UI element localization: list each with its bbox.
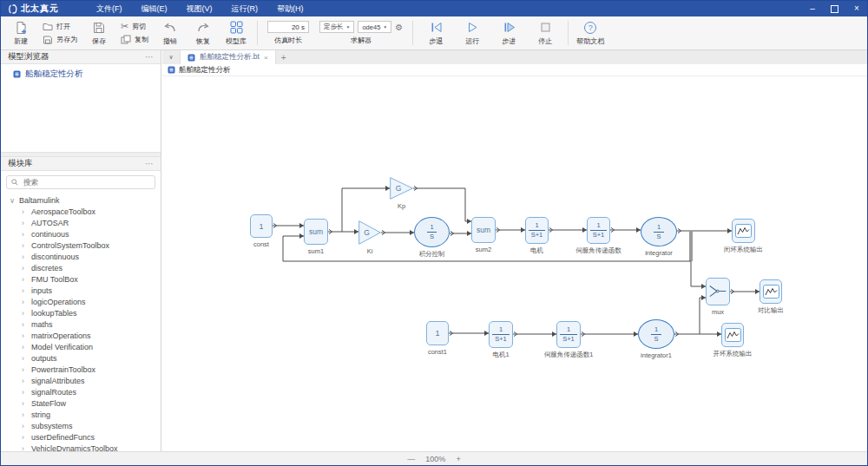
tree-root-baltamulink[interactable]: ∨Baltamulink (1, 194, 161, 206)
chevron-icon[interactable]: › (22, 388, 27, 397)
help-doc-button[interactable]: ? 帮助文档 (573, 16, 608, 49)
block-servo-angle-tf1[interactable]: 1S+1 (556, 321, 581, 348)
save-as-button[interactable]: 另存为 (43, 35, 77, 44)
tree-item[interactable]: ›lookupTables (1, 307, 161, 318)
chevron-icon[interactable]: › (22, 207, 27, 216)
tab-add-button[interactable]: + (276, 53, 292, 62)
block-integrator1[interactable]: 1S (638, 319, 674, 349)
tree-item[interactable]: ›AerospaceToolbox (1, 206, 161, 217)
open-button[interactable]: 打开 (43, 22, 77, 31)
save-button[interactable]: 保存 (82, 16, 115, 49)
undo-button[interactable]: 撤销 (154, 16, 187, 49)
menu-view[interactable]: 视图(V) (177, 1, 222, 16)
tree-item[interactable]: ›userDefinedFuncs (1, 431, 161, 443)
block-open-loop-scope[interactable] (721, 323, 744, 347)
tree-item[interactable]: ›logicOperations (1, 296, 161, 307)
tree-item[interactable]: ›Model Verification (1, 341, 161, 352)
tree-item[interactable]: ›continuous (1, 228, 161, 240)
block-Ki[interactable]: G (358, 220, 381, 245)
tree-item[interactable]: ›FMU ToolBox (1, 273, 161, 285)
new-button[interactable]: 新建 (4, 16, 37, 49)
tree-item[interactable]: ›PowertrainToolbox (1, 364, 161, 375)
tree-item[interactable]: ›discretes (1, 262, 161, 273)
chevron-icon[interactable]: › (22, 410, 27, 419)
tree-item[interactable]: ›string (1, 409, 161, 420)
block-integral-control[interactable]: 1S (414, 217, 450, 247)
tree-item[interactable]: ›maths (1, 318, 161, 330)
model-browser-item[interactable]: 船舶稳定性分析 (1, 64, 161, 80)
chevron-icon[interactable]: › (22, 230, 27, 239)
minimize-button[interactable]: – (802, 1, 823, 16)
block-servo-angle-tf[interactable]: 1S+1 (587, 217, 610, 244)
tree-item[interactable]: ›ControlSystemToolbox (1, 240, 161, 251)
block-const[interactable]: 1 (250, 214, 273, 238)
tree-item[interactable]: ›inputs (1, 285, 161, 296)
menu-run[interactable]: 运行(R) (222, 1, 268, 16)
chevron-icon[interactable]: › (22, 253, 27, 261)
block-sum2[interactable]: sum (471, 217, 496, 243)
tree-item[interactable]: ›subsystems (1, 420, 161, 431)
chevron-icon[interactable]: › (22, 241, 27, 250)
chevron-icon[interactable]: › (22, 219, 27, 227)
gear-icon[interactable]: ⚙ (395, 23, 403, 32)
chevron-icon[interactable]: › (22, 343, 27, 351)
tree-item[interactable]: ›matrixOperations (1, 330, 161, 341)
chevron-icon[interactable]: › (22, 298, 27, 306)
model-library-button[interactable]: 模型库 (220, 16, 253, 49)
redo-button[interactable]: 恢复 (187, 16, 220, 49)
block-integrator[interactable]: 1S (641, 217, 677, 246)
zoom-in-button[interactable]: + (456, 455, 460, 463)
chevron-icon[interactable]: › (22, 354, 27, 363)
step-back-button[interactable]: 步退 (418, 16, 454, 49)
chevron-icon[interactable]: › (22, 399, 27, 408)
block-closed-loop-scope[interactable] (732, 219, 755, 243)
step-mode-dropdown[interactable]: 定步长 ▼ (319, 21, 354, 33)
copy-button[interactable]: 复制 (121, 35, 148, 44)
close-button[interactable]: × (846, 1, 867, 16)
chevron-icon[interactable]: › (22, 365, 27, 374)
tree-item[interactable]: ›signalAttributes (1, 375, 161, 386)
zoom-out-button[interactable]: — (407, 455, 415, 463)
panel-menu-icon[interactable]: ⋯ (145, 52, 154, 62)
block-mux[interactable] (706, 278, 730, 305)
menu-help[interactable]: 帮助(H) (267, 1, 313, 16)
chevron-icon[interactable]: › (22, 433, 27, 442)
chevron-icon[interactable]: › (22, 320, 27, 329)
run-button[interactable]: 运行 (454, 16, 490, 49)
tree-item[interactable]: ›StateFlow (1, 397, 161, 409)
tree-item[interactable]: ›discontinuous (1, 251, 161, 262)
cut-button[interactable]: ✂ 剪切 (121, 22, 148, 31)
menu-edit[interactable]: 编辑(E) (132, 1, 177, 16)
chevron-icon[interactable]: › (22, 286, 27, 295)
block-sum1[interactable]: sum (304, 219, 328, 245)
chevron-icon[interactable]: › (22, 309, 27, 318)
block-motor[interactable]: 1S+1 (525, 217, 549, 244)
block-compare-scope[interactable] (760, 279, 782, 304)
chevron-icon[interactable]: › (22, 264, 27, 272)
tree-item[interactable]: ›outputs (1, 352, 161, 364)
breadcrumb-label[interactable]: 船舶稳定性分析 (179, 65, 231, 75)
wire[interactable] (691, 261, 706, 286)
chevron-icon[interactable]: › (22, 275, 27, 284)
tab-close-icon[interactable]: × (264, 54, 268, 62)
panel-menu-icon[interactable]: ⋯ (145, 159, 154, 168)
tree-item[interactable]: ›signalRoutes (1, 386, 161, 397)
canvas[interactable]: 1constsumsum1GKpGKi1S积分控制sumsum21S+1电机1S… (162, 76, 867, 452)
wire[interactable] (700, 298, 706, 334)
tab-model[interactable]: 船舶稳定性分析.bt × (180, 50, 276, 64)
search-input[interactable] (22, 177, 150, 187)
tab-list-chevron-icon[interactable]: ∨ (162, 54, 180, 61)
solver-algorithm-dropdown[interactable]: ode45 ▼ (358, 21, 391, 33)
menu-file[interactable]: 文件(F) (87, 1, 132, 16)
step-forward-button[interactable]: 步进 (490, 16, 527, 49)
block-motor1[interactable]: 1S+1 (489, 321, 513, 348)
block-const1[interactable]: 1 (426, 321, 449, 345)
sim-duration-field[interactable] (267, 21, 309, 33)
module-search[interactable] (6, 175, 155, 189)
tree-item[interactable]: ›AUTOSAR (1, 217, 161, 228)
chevron-icon[interactable]: › (22, 377, 27, 385)
block-Kp[interactable]: G (390, 177, 413, 200)
stop-button[interactable]: 停止 (527, 16, 563, 49)
chevron-icon[interactable]: › (22, 422, 27, 430)
chevron-icon[interactable]: ∨ (10, 196, 15, 205)
